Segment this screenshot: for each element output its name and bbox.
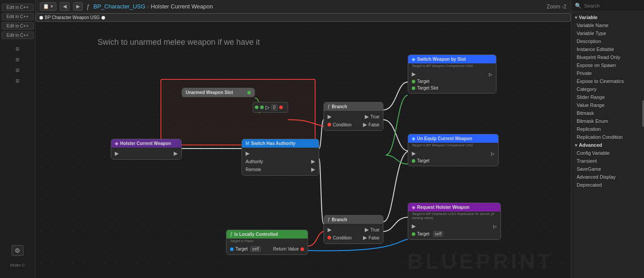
edit-cpp-button-2[interactable]: Edit in C++ bbox=[2, 13, 34, 20]
advanced-section-header[interactable]: ▾ Advanced bbox=[571, 141, 644, 149]
search-input[interactable] bbox=[584, 3, 640, 8]
branch-lower-false-pin[interactable]: ▶ bbox=[363, 235, 367, 241]
unarmed-header: Unarmed Weapon Slot bbox=[182, 88, 254, 97]
sw-target-pin[interactable] bbox=[412, 80, 415, 83]
panel-item-config-variable[interactable]: Config Variable bbox=[571, 149, 644, 157]
locally-return-pin[interactable] bbox=[301, 247, 304, 251]
breadcrumb-separator: › bbox=[147, 3, 149, 10]
unequip-exec-out[interactable]: ▷ bbox=[491, 151, 495, 156]
panel-item-advanced-display[interactable]: Advanced Display bbox=[571, 173, 644, 181]
panel-item-savegame[interactable]: SaveGame bbox=[571, 165, 644, 173]
advanced-chevron-icon: ▾ bbox=[575, 143, 577, 148]
branch-lower-condition-pin[interactable] bbox=[328, 236, 331, 239]
panel-item-deprecated[interactable]: Deprecated bbox=[571, 181, 644, 189]
authority-pin[interactable]: ▶ bbox=[311, 158, 315, 164]
zoom-label: Zoom -2 bbox=[546, 4, 566, 10]
switch-auth-icon: M bbox=[246, 141, 249, 146]
panel-item-variable-type[interactable]: Variable Type bbox=[571, 29, 644, 37]
rh-target-pin[interactable] bbox=[412, 232, 415, 236]
remote-label: Remote bbox=[246, 167, 309, 172]
sw-exec-out[interactable]: ▷ bbox=[489, 72, 492, 77]
node-is-locally-controlled[interactable]: ƒ Is Locally Controlled Target is Pawn T… bbox=[226, 230, 308, 255]
locally-target-pin[interactable] bbox=[230, 247, 234, 251]
panel-item-bitmask[interactable]: Bitmask bbox=[571, 109, 644, 117]
panel-item-replication[interactable]: Replication bbox=[571, 125, 644, 133]
rh-exec-in[interactable]: ▶ bbox=[412, 223, 416, 229]
branch-lower-true-pin[interactable]: ▶ bbox=[365, 227, 369, 233]
panel-item-value-range[interactable]: Value Range bbox=[571, 101, 644, 109]
node-branch-upper[interactable]: ƒ Branch ▶ ▶ True Condition ▶ False bbox=[324, 102, 383, 131]
scrollbar-indicator[interactable] bbox=[642, 100, 644, 127]
branch-lower-exec-in[interactable]: ▶ bbox=[328, 227, 332, 233]
node-holster-current-weapon[interactable]: ◆ Holster Current Weapon ▶ ▶ bbox=[111, 139, 182, 160]
menu-icon-2[interactable]: ≡ bbox=[16, 56, 20, 64]
blueprint-canvas[interactable]: Swich to unarmed melee weapon if we have… bbox=[35, 13, 571, 278]
forward-button[interactable]: ▶ bbox=[73, 2, 83, 11]
compact-in-pin-1[interactable] bbox=[255, 106, 258, 109]
variable-section-header[interactable]: ▾ Variable bbox=[571, 13, 644, 21]
panel-item-description[interactable]: Description bbox=[571, 37, 644, 45]
node-unarmed-weapon-slot[interactable]: Unarmed Weapon Slot bbox=[182, 88, 255, 97]
sw-target-slot-pin[interactable] bbox=[412, 86, 415, 90]
search-bar[interactable]: 🔍 bbox=[571, 0, 644, 12]
branch-lower-body: ▶ ▶ True Condition ▶ False bbox=[324, 224, 383, 243]
unequip-exec-in[interactable]: ▶ bbox=[412, 150, 416, 157]
branch-upper-true-pin[interactable]: ▶ bbox=[365, 114, 369, 120]
bp-char-out-pin[interactable] bbox=[39, 16, 43, 20]
branch-upper-exec-in[interactable]: ▶ bbox=[328, 114, 332, 120]
history-icon: 📋 bbox=[43, 4, 49, 9]
panel-item-replication-condition[interactable]: Replication Condition bbox=[571, 133, 644, 141]
panel-item-bitmask-enum[interactable]: Bitmask Enum bbox=[571, 117, 644, 125]
unequip-target-pin[interactable] bbox=[412, 159, 415, 163]
panel-item-variable-name[interactable]: Variable Name bbox=[571, 21, 644, 29]
panel-item-expose-on-spawn[interactable]: Expose on Spawn bbox=[571, 61, 644, 69]
node-compact-operator[interactable]: ▷ 0 bbox=[253, 102, 288, 113]
switch-auth-exec-in[interactable]: ▶ bbox=[246, 150, 250, 157]
panel-item-slider-range[interactable]: Slider Range bbox=[571, 93, 644, 101]
back-button[interactable]: ◀ bbox=[60, 2, 70, 11]
node-switch-weapon-by-slot[interactable]: ◆ Switch Weapon by Slot Target is BP Wea… bbox=[408, 55, 496, 94]
branch-upper-icon: ƒ bbox=[328, 104, 330, 109]
unequip-body: ▶ ▷ Target bbox=[408, 148, 498, 166]
node-request-holster-weapon[interactable]: ◆ Request Holster Weapon Target is BP Ch… bbox=[408, 203, 501, 240]
node-branch-lower[interactable]: ƒ Branch ▶ ▶ True Condition ▶ False bbox=[324, 215, 383, 244]
right-panel: 🔍 ▾ Variable Variable Name Variable Type… bbox=[571, 0, 644, 278]
menu-icon-3[interactable]: ≡ bbox=[16, 67, 20, 74]
panel-item-instance-editable[interactable]: Instance Editable bbox=[571, 45, 644, 53]
menu-icon-1[interactable]: ≡ bbox=[16, 45, 20, 53]
holster-exec-in-pin[interactable]: ▶ bbox=[115, 150, 119, 157]
branch-upper-condition-pin[interactable] bbox=[328, 123, 331, 126]
branch-lower-true-label: True bbox=[371, 227, 379, 232]
history-dropdown-button[interactable]: 📋 ▾ bbox=[40, 2, 56, 11]
bp-char-in-pin[interactable] bbox=[101, 16, 105, 20]
node-unequip-current-weapon[interactable]: ◆ Un Equip Current Weapon Target is BP W… bbox=[408, 134, 499, 166]
unequip-title: Un Equip Current Weapon bbox=[417, 136, 472, 141]
branch-lower-icon: ƒ bbox=[328, 217, 330, 222]
edit-cpp-button-4[interactable]: Edit in C++ bbox=[2, 31, 34, 39]
panel-item-category[interactable]: Category bbox=[571, 85, 644, 93]
breadcrumb-part1[interactable]: BP_Character_USG bbox=[94, 3, 145, 10]
panel-item-transient[interactable]: Transient bbox=[571, 157, 644, 165]
node-switch-has-authority[interactable]: M Switch Has Authority ▶ Authority ▶ Rem… bbox=[242, 139, 319, 176]
switch-auth-exec-row: ▶ bbox=[246, 149, 315, 157]
compact-out-pin[interactable] bbox=[279, 106, 283, 109]
menu-icon-4[interactable]: ≡ bbox=[16, 77, 20, 85]
edit-cpp-button-3[interactable]: Edit in C++ bbox=[2, 22, 34, 30]
rh-exec-out[interactable]: ▷ bbox=[493, 224, 497, 229]
holster-exec-out-pin[interactable]: ▶ bbox=[174, 150, 178, 157]
unarmed-out-pin[interactable] bbox=[247, 91, 251, 94]
panel-item-expose-to-cinematics[interactable]: Expose to Cinematics bbox=[571, 77, 644, 85]
edit-cpp-button-1[interactable]: Edit in C++ bbox=[2, 4, 34, 11]
branch-upper-header: ƒ Branch bbox=[324, 102, 383, 111]
gear-button[interactable]: ⚙ bbox=[12, 245, 23, 256]
node-bp-char-weapon[interactable]: BP Character Weapon USG bbox=[35, 13, 571, 22]
remote-pin[interactable]: ▶ bbox=[311, 166, 315, 172]
panel-item-blueprint-read-only[interactable]: Blueprint Read Only bbox=[571, 53, 644, 61]
switch-weapon-body: ▶ ▷ Target Target Slot bbox=[408, 68, 496, 93]
panel-item-private[interactable]: Private bbox=[571, 69, 644, 77]
branch-lower-title: Branch bbox=[332, 217, 347, 222]
search-icon: 🔍 bbox=[575, 3, 582, 9]
branch-upper-false-pin[interactable]: ▶ bbox=[363, 121, 367, 128]
compact-in-pin-2[interactable] bbox=[260, 106, 264, 109]
sw-exec-in[interactable]: ▶ bbox=[412, 71, 416, 77]
